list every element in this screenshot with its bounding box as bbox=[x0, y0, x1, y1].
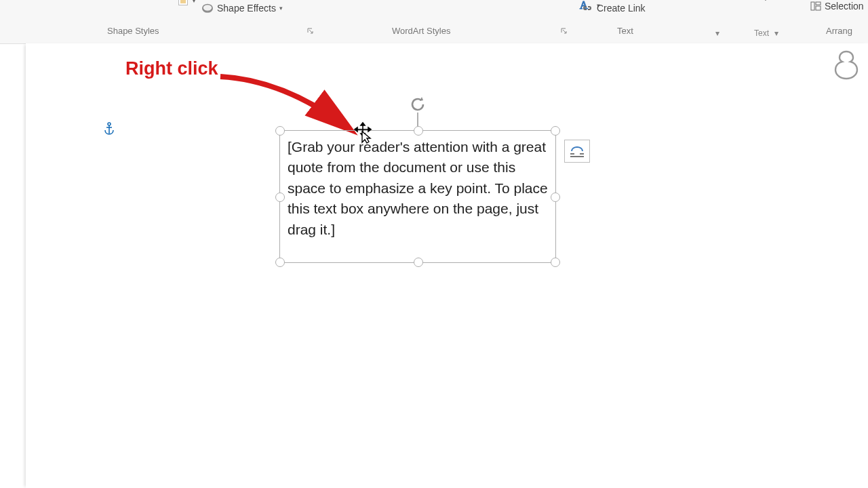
svg-rect-5 bbox=[816, 6, 821, 10]
shape-effects-label: Shape Effects bbox=[217, 3, 276, 14]
link-icon bbox=[580, 3, 594, 13]
create-link-button[interactable]: Create Link bbox=[580, 3, 646, 14]
resize-handle-s[interactable] bbox=[414, 258, 423, 267]
position-dropdown-arrow[interactable]: ▾ bbox=[715, 28, 719, 38]
selected-text-box[interactable]: [Grab your reader's attention with a gre… bbox=[279, 130, 556, 263]
text-box-content[interactable]: [Grab your reader's attention with a gre… bbox=[288, 137, 548, 256]
ribbon: ▾ Shape Effects ▾ A ▾ Create Link Positi… bbox=[0, 0, 868, 44]
resize-handle-se[interactable] bbox=[551, 258, 560, 267]
group-wordart-styles-label: WordArt Styles bbox=[392, 26, 450, 36]
resize-handle-nw[interactable] bbox=[275, 126, 285, 136]
selection-pane-icon bbox=[810, 0, 822, 12]
layout-options-icon bbox=[569, 144, 585, 158]
group-text-label: Text bbox=[617, 26, 633, 36]
shape-fill-swatch[interactable]: ▾ bbox=[178, 0, 188, 5]
wordart-styles-dialog-launcher[interactable] bbox=[560, 27, 568, 35]
svg-point-1 bbox=[203, 5, 212, 12]
position-button[interactable]: Position bbox=[697, 0, 728, 1]
resize-handle-ne[interactable] bbox=[551, 126, 560, 136]
document-page[interactable] bbox=[26, 43, 868, 488]
shape-styles-dialog-launcher[interactable] bbox=[307, 27, 315, 35]
layout-options-button[interactable] bbox=[564, 140, 590, 163]
create-link-label: Create Link bbox=[597, 3, 646, 14]
rotation-handle[interactable] bbox=[408, 95, 427, 114]
resize-handle-sw[interactable] bbox=[275, 258, 285, 267]
svg-rect-4 bbox=[816, 2, 821, 5]
wrap-text-dropdown-arrow[interactable]: ▾ bbox=[774, 28, 778, 38]
annotation-right-click-label: Right click bbox=[125, 58, 218, 79]
selection-label: Selection bbox=[825, 1, 864, 12]
anchor-icon[interactable] bbox=[103, 122, 115, 136]
group-arrange-label: Arrang bbox=[826, 26, 852, 36]
resize-handle-n[interactable] bbox=[414, 126, 423, 136]
shape-effects-button[interactable]: Shape Effects ▾ bbox=[201, 1, 283, 15]
shape-effects-icon bbox=[201, 1, 214, 15]
wrap-text-button[interactable]: Wrap bbox=[749, 0, 770, 1]
wrap-text-sublabel: Text bbox=[754, 28, 769, 38]
resize-handle-e[interactable] bbox=[551, 192, 560, 202]
group-shape-styles-label: Shape Styles bbox=[107, 26, 159, 36]
svg-point-6 bbox=[108, 123, 111, 125]
position-label: Position bbox=[697, 0, 728, 1]
selection-pane-button[interactable]: Selection bbox=[810, 0, 864, 12]
wrap-text-label: Wrap bbox=[749, 0, 770, 1]
resize-handle-w[interactable] bbox=[275, 192, 285, 202]
chevron-down-icon: ▾ bbox=[279, 5, 283, 12]
watermark-logo bbox=[830, 49, 863, 81]
svg-rect-3 bbox=[811, 2, 814, 10]
